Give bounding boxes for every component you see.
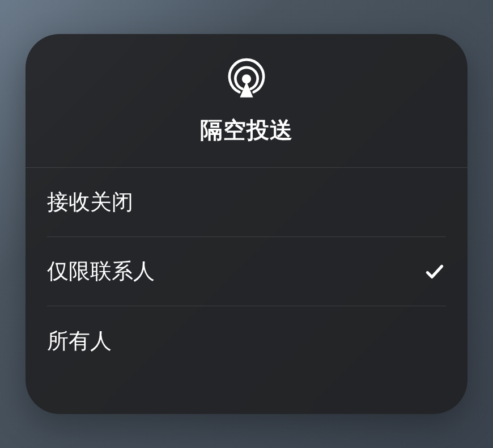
option-receiving-off[interactable]: 接收关闭 xyxy=(47,168,446,237)
panel-title: 隔空投送 xyxy=(200,115,293,146)
airdrop-panel: 隔空投送 接收关闭 仅限联系人 所有人 xyxy=(26,34,468,414)
checkmark-icon xyxy=(423,260,446,283)
option-label: 接收关闭 xyxy=(47,188,133,217)
airdrop-icon xyxy=(226,57,267,99)
options-list: 接收关闭 仅限联系人 所有人 xyxy=(26,168,468,414)
option-label: 所有人 xyxy=(47,327,112,356)
panel-header: 隔空投送 xyxy=(26,34,468,168)
option-contacts-only[interactable]: 仅限联系人 xyxy=(47,237,446,306)
option-label: 仅限联系人 xyxy=(47,257,155,286)
option-everyone[interactable]: 所有人 xyxy=(47,306,446,375)
